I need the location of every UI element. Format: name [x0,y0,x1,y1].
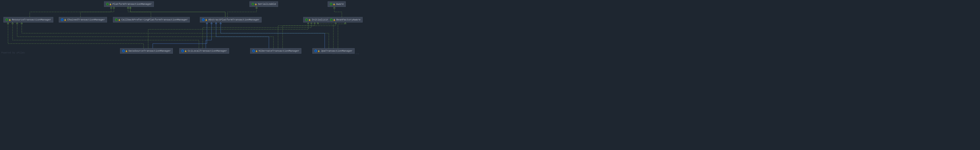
node-label: Serializable [258,3,276,5]
node-serializable[interactable]: I🔒Serializable [250,2,278,7]
interface-icon: I [330,18,332,21]
node-label: ResourceTransactionManager [12,18,51,21]
lock-icon: 🔒 [255,3,257,5]
lock-icon: 🔒 [333,19,336,21]
node-resource-transaction-manager[interactable]: I🔒ResourceTransactionManager [3,17,53,23]
connectors-svg [0,0,361,55]
interface-icon: I [330,3,332,5]
class-icon: C [202,18,205,21]
lock-icon: 🔒 [309,19,311,21]
node-abstract-platform-tm[interactable]: C🔒AbstractPlatformTransactionManager [200,17,262,23]
node-jpa-tm[interactable]: C🔒JpaTransactionManager [312,48,355,54]
lock-icon: 🔒 [118,19,121,21]
lock-icon: 🔒 [125,50,127,52]
node-label: Aware [336,3,344,5]
lock-icon: 🔒 [185,50,187,52]
class-diagram-canvas: I🔒PlatformTransactionManager I🔒Serializa… [0,0,361,55]
node-label: CallbackPreferringPlatformTransactionMan… [121,18,188,21]
node-cci-local-tm[interactable]: C🔒CciLocalTransactionManager [179,48,229,54]
lock-icon: 🔒 [333,3,335,5]
interface-icon: I [5,18,8,21]
class-icon: C [122,50,125,52]
lock-icon: 🔒 [205,19,207,21]
class-icon: C [314,50,317,52]
node-label: JpaTransactionManager [321,50,353,52]
node-aware[interactable]: I🔒Aware [328,2,346,7]
interface-icon: I [305,18,308,21]
node-hibernate-tm[interactable]: C🔒HibernateTransactionManager [250,48,301,54]
node-label: AbstractPlatformTransactionManager [208,18,259,21]
lock-icon: 🔒 [64,19,66,21]
interface-icon: I [251,3,254,5]
class-icon: C [181,50,184,52]
node-label: HibernateTransactionManager [259,50,299,52]
lock-icon: 🔒 [255,50,258,52]
interface-icon: I [115,18,118,21]
node-chained-transaction-manager[interactable]: C🔒ChainedTransactionManager [59,17,107,23]
watermark-left: Powered by yFiles [2,52,25,54]
lock-icon: 🔒 [318,50,320,52]
node-label: PlatformTransactionManager [113,3,152,5]
class-icon: C [252,50,255,52]
lock-icon: 🔒 [109,3,111,5]
lock-icon: 🔒 [9,19,11,21]
node-label: DataSourceTransactionManager [129,50,171,52]
node-platform-transaction-manager[interactable]: I🔒PlatformTransactionManager [104,2,154,7]
node-bean-factory-aware[interactable]: I🔒BeanFactoryAware [328,17,363,23]
class-icon: C [61,18,64,21]
node-callback-preferring-ptm[interactable]: I🔒CallbackPreferringPlatformTransactionM… [113,17,190,23]
node-datasource-tm[interactable]: C🔒DataSourceTransactionManager [120,48,173,54]
node-label: BeanFactoryAware [336,18,361,21]
node-label: CciLocalTransactionManager [188,50,227,52]
node-label: ChainedTransactionManager [67,18,105,21]
interface-icon: I [106,3,109,5]
